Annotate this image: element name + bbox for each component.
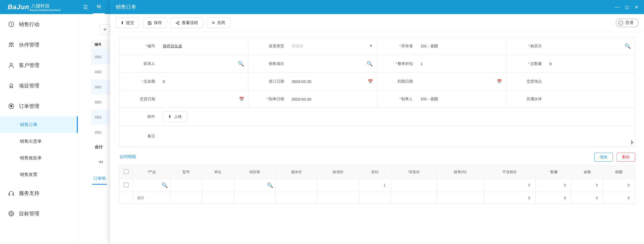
col-cost: 成本价 — [275, 166, 317, 179]
label-attachment: 附件 — [147, 114, 155, 119]
select-invoice-type[interactable]: 请选择▼ — [288, 37, 377, 55]
add-line-button[interactable]: 增加 — [594, 153, 613, 162]
label-creator: 制单人 — [401, 97, 413, 101]
col-taxrate: 税率(%) — [436, 166, 484, 179]
nav-sub-invoice[interactable]: 销售发票 — [0, 166, 78, 183]
nav-partner[interactable]: 伙伴管理 — [0, 35, 78, 55]
cell-taxrate[interactable] — [436, 179, 484, 192]
search-icon[interactable]: 🔍 — [162, 182, 168, 188]
cell-cost[interactable] — [275, 179, 317, 192]
date-delivery[interactable]: 📅 — [159, 90, 248, 108]
cell-qty[interactable]: 0 — [535, 179, 571, 192]
nav-service[interactable]: 服务支持 — [0, 183, 78, 203]
label-total-qty: 总数量 — [530, 61, 542, 66]
cell-price[interactable] — [391, 179, 436, 192]
label-number: 编号 — [147, 44, 155, 48]
minimize-icon[interactable]: — — [615, 4, 619, 10]
button-label: 提交 — [126, 20, 134, 26]
sum-tax: 0 — [603, 192, 635, 204]
button-label: 关闭 — [217, 20, 225, 26]
nav-label: 项目管理 — [19, 82, 39, 89]
value-total-qty: 0 — [550, 62, 552, 66]
button-label: 上传 — [174, 114, 182, 119]
logo-slogan: Anyone,Anytime,Anywhere! — [29, 9, 61, 12]
value-owner: 101 - 袁朗 — [421, 44, 438, 49]
form-grid: *编号保存后生成 发票类型请选择▼ *所有者101 - 袁朗 *购买方🔍 联系人… — [119, 37, 635, 147]
col-amount: 金额 — [571, 166, 603, 179]
detail-table: 产品 型号 单位 供应商 成本价 标准价 折扣 实售价 税率(%) 不含税价 数… — [119, 165, 635, 204]
close-icon[interactable]: ✕ — [635, 4, 638, 10]
label-discount: 整单折扣 — [398, 61, 413, 66]
logo-cn: 八骏科技 — [31, 3, 50, 8]
modal-title: 销售订单 — [116, 4, 136, 10]
window-controls: — ◻ ✕ — [615, 4, 638, 10]
date-sign[interactable]: 2023-02-20📅 — [288, 73, 377, 90]
cell-unit[interactable] — [202, 179, 234, 192]
picker-project[interactable]: 🔍 — [288, 55, 377, 72]
share-icon — [176, 21, 180, 25]
label-delivery-date: 交货日期 — [140, 97, 155, 101]
nav-sub-sales-order[interactable]: 销售订单 — [0, 116, 78, 133]
project-icon — [8, 82, 15, 89]
picker-contact[interactable]: 🔍 — [159, 55, 248, 72]
search-icon[interactable]: 🔍 — [267, 182, 273, 188]
nav-project[interactable]: 项目管理 — [0, 75, 78, 96]
label-contact: 联系人 — [144, 61, 155, 66]
date-due[interactable]: 📅 — [417, 73, 506, 90]
calendar-icon: 📅 — [368, 79, 373, 84]
x-icon: ✕ — [212, 20, 215, 25]
input-discount[interactable]: 1 — [417, 55, 506, 72]
nav-sales-action[interactable]: 销售行动 — [0, 14, 78, 35]
badge-label: 普通 — [625, 20, 634, 26]
calendar-icon: 📅 — [239, 97, 244, 102]
top-tab[interactable]: 销 — [93, 0, 105, 14]
detail-tab-contract[interactable]: 合同明细 — [119, 153, 136, 161]
sum-notax: 0 — [484, 192, 535, 204]
input-delivery-place[interactable] — [546, 73, 635, 90]
nav-label: 客户管理 — [19, 62, 39, 69]
row-checkbox[interactable] — [124, 183, 128, 187]
cell-discount[interactable]: 1 — [359, 179, 391, 192]
cell-notax[interactable]: 0 — [484, 179, 535, 192]
button-label: 查看流程 — [182, 20, 198, 26]
nav-sub-shipment[interactable]: 销售出货单 — [0, 133, 78, 150]
customer-icon — [8, 62, 15, 69]
svg-point-11 — [178, 21, 179, 22]
svg-point-10 — [10, 213, 13, 215]
label-invoice-type: 发票类型 — [269, 44, 284, 48]
nav-customer[interactable]: 客户管理 — [0, 55, 78, 75]
type-badge[interactable]: − 普通 — [616, 19, 638, 27]
value-number: 保存后生成 — [163, 44, 182, 49]
submit-button[interactable]: ⬆ 提交 — [116, 17, 139, 28]
value-total-amount: 0 — [163, 79, 165, 84]
cell-tax: 0 — [603, 179, 635, 192]
svg-point-12 — [176, 23, 177, 24]
delete-line-button[interactable]: 删除 — [617, 153, 635, 162]
button-label: 保存 — [154, 20, 162, 26]
picker-buyer[interactable]: 🔍 — [546, 37, 635, 55]
logo-text: BaJun — [8, 3, 29, 11]
close-button[interactable]: ✕ 关闭 — [207, 17, 230, 28]
view-flow-button[interactable]: 查看流程 — [171, 17, 203, 28]
nav-sub-receipt[interactable]: 销售收款单 — [0, 150, 78, 166]
add-button[interactable]: + — [100, 24, 110, 35]
select-all-checkbox[interactable] — [124, 169, 128, 174]
nav-target[interactable]: 目标管理 — [0, 203, 78, 224]
value-create-date: 2023-02-20 — [292, 97, 312, 101]
textarea-remark[interactable] — [159, 126, 635, 147]
sum-qty: 0 — [535, 192, 571, 204]
service-icon — [8, 190, 15, 197]
menu-toggle-icon[interactable]: ☰ — [83, 4, 88, 10]
maximize-icon[interactable]: ◻ — [625, 4, 629, 10]
svg-point-1 — [9, 43, 11, 45]
cell-std[interactable] — [317, 179, 359, 192]
save-button[interactable]: 保存 — [143, 17, 167, 28]
calendar-icon: 📅 — [497, 79, 502, 84]
upload-button[interactable]: ⬆ 上传 — [163, 112, 187, 122]
dashboard-icon — [8, 21, 15, 28]
cell-model[interactable] — [170, 179, 202, 192]
nav-order[interactable]: ¥ 订单管理 — [0, 96, 78, 116]
target-icon — [8, 210, 15, 217]
input-partner[interactable] — [546, 90, 635, 108]
detail-tab[interactable]: 订单明 — [92, 173, 107, 185]
